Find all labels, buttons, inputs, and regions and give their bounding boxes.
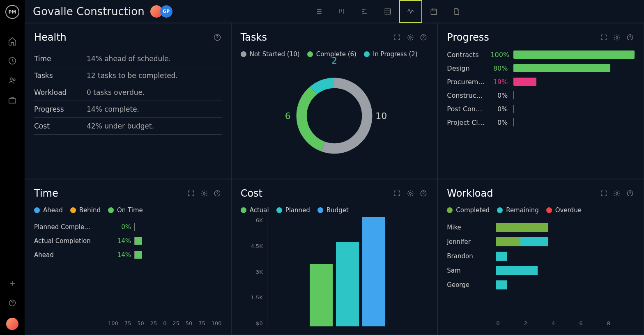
progress-label: Project Clo... xyxy=(447,119,485,126)
legend-dot xyxy=(108,207,114,213)
axis-tick: 75 xyxy=(124,320,131,326)
progress-track xyxy=(513,118,635,126)
svg-point-8 xyxy=(409,37,412,39)
legend-item: Not Started (10) xyxy=(241,50,300,58)
view-sheet-icon[interactable] xyxy=(376,0,399,23)
legend-label: In Progress (2) xyxy=(373,50,418,58)
avatar-group[interactable]: GP xyxy=(153,5,172,18)
clock-icon[interactable] xyxy=(7,56,17,66)
progress-label: Contracts xyxy=(447,51,485,59)
help-icon[interactable] xyxy=(626,189,635,198)
gear-icon[interactable] xyxy=(612,33,621,42)
health-value: 12 tasks to be completed. xyxy=(87,71,178,80)
panel-workload: Workload CompletedRemainingOverdue Mike … xyxy=(437,179,644,335)
workload-label: Jennifer xyxy=(447,238,496,246)
legend-dot xyxy=(447,207,453,213)
axis-tick: 8 xyxy=(607,320,635,326)
add-icon[interactable] xyxy=(7,278,17,288)
help-icon[interactable] xyxy=(419,189,428,198)
help-icon[interactable] xyxy=(7,298,17,308)
legend-dot xyxy=(317,207,323,213)
view-gantt-icon[interactable] xyxy=(353,0,376,23)
panel-title: Workload xyxy=(447,188,493,199)
panel-time: Time AheadBehindOn Time Planned Comple..… xyxy=(25,179,231,335)
axis-tick: 3K xyxy=(256,269,263,275)
donut-value: 10 xyxy=(375,111,387,121)
legend-item: Budget xyxy=(317,207,349,214)
health-row: Time14% ahead of schedule. xyxy=(34,50,222,67)
progress-track xyxy=(513,50,635,59)
expand-icon[interactable] xyxy=(393,33,402,42)
workload-bars xyxy=(496,266,635,275)
progress-bar xyxy=(513,64,610,72)
help-icon[interactable] xyxy=(626,33,635,42)
axis-tick: 4 xyxy=(552,320,579,326)
legend-item: Planned xyxy=(276,207,310,214)
axis-tick: $0 xyxy=(256,320,263,326)
help-icon[interactable] xyxy=(419,33,428,42)
health-label: Cost xyxy=(34,122,87,130)
progress-pct: 19% xyxy=(490,78,508,86)
expand-icon[interactable] xyxy=(599,189,608,198)
legend-dot xyxy=(497,207,503,213)
time-row: Ahead 14% xyxy=(34,251,222,259)
view-board-icon[interactable] xyxy=(330,0,353,23)
team-icon[interactable] xyxy=(7,76,17,85)
time-bar-wrap xyxy=(134,251,222,259)
time-bar xyxy=(135,237,142,245)
y-axis: 6K4.5K3K1.5K$0 xyxy=(241,217,267,326)
axis-tick: 1.5K xyxy=(251,294,262,301)
panel-title: Progress xyxy=(447,32,489,43)
legend-dot xyxy=(241,51,246,57)
progress-tick xyxy=(513,118,514,126)
briefcase-icon[interactable] xyxy=(7,95,17,105)
time-label: Ahead xyxy=(34,251,108,259)
expand-icon[interactable] xyxy=(393,189,402,198)
user-avatar[interactable] xyxy=(6,318,18,330)
progress-tick xyxy=(513,105,514,113)
axis-tick: 50 xyxy=(186,320,193,326)
avatar[interactable]: GP xyxy=(160,5,172,18)
legend-item: Completed xyxy=(447,207,490,214)
help-icon[interactable] xyxy=(213,33,222,42)
gear-icon[interactable] xyxy=(612,189,621,198)
home-icon[interactable] xyxy=(7,36,17,46)
logo[interactable]: PM xyxy=(5,5,19,19)
panel-title: Time xyxy=(34,188,58,199)
axis-tick: 50 xyxy=(137,320,144,326)
workload-bars xyxy=(496,223,635,232)
view-switcher xyxy=(307,0,468,23)
axis-tick: 6K xyxy=(256,217,263,223)
view-list-icon[interactable] xyxy=(307,0,330,23)
svg-point-14 xyxy=(616,37,618,39)
gear-icon[interactable] xyxy=(406,33,415,42)
legend-dot xyxy=(364,51,370,57)
view-calendar-icon[interactable] xyxy=(422,0,445,23)
gear-icon[interactable] xyxy=(406,189,415,198)
gear-icon[interactable] xyxy=(200,189,209,198)
legend-dot xyxy=(546,207,552,213)
progress-track xyxy=(513,78,635,86)
workload-segment xyxy=(520,237,548,246)
time-pct: 14% xyxy=(108,237,131,245)
sidebar: PM xyxy=(0,0,25,335)
project-title: Govalle Construction xyxy=(33,5,145,18)
panel-title: Health xyxy=(34,32,67,43)
legend-item: Actual xyxy=(241,207,269,214)
health-label: Tasks xyxy=(34,71,87,80)
view-dashboard-icon[interactable] xyxy=(399,0,422,23)
expand-icon[interactable] xyxy=(186,189,196,198)
help-icon[interactable] xyxy=(213,189,222,198)
expand-icon[interactable] xyxy=(599,33,608,42)
progress-label: Post Const... xyxy=(447,105,485,113)
health-value: 14% ahead of schedule. xyxy=(87,55,171,63)
view-file-icon[interactable] xyxy=(445,0,468,23)
svg-point-16 xyxy=(203,193,205,195)
svg-point-18 xyxy=(409,193,412,195)
axis: 02468 xyxy=(447,320,635,326)
workload-segment xyxy=(496,266,538,275)
health-row: Progress14% complete. xyxy=(34,101,222,118)
time-bar xyxy=(135,251,142,259)
axis-tick: 2 xyxy=(524,320,552,326)
axis-tick: 75 xyxy=(198,320,205,326)
